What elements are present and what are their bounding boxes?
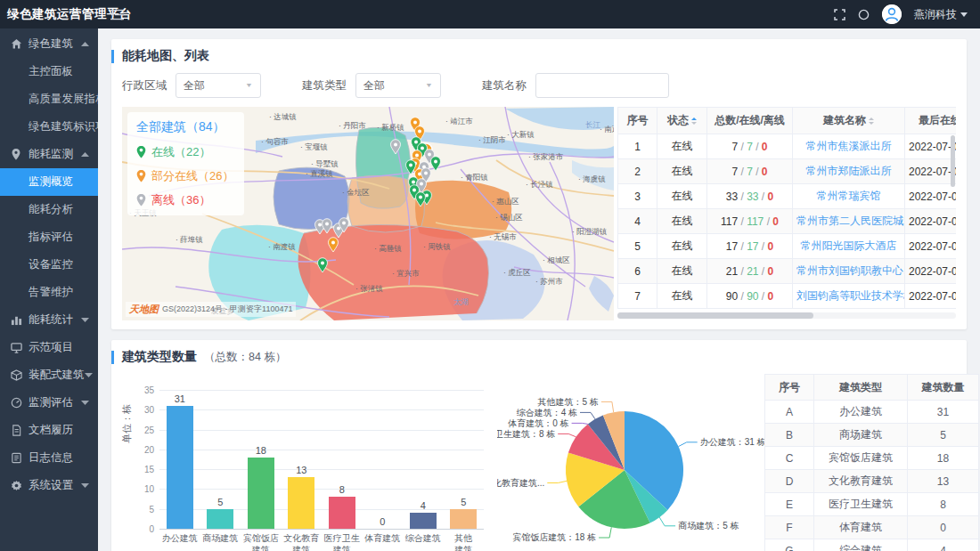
building-type-panel: 建筑类型数量 （总数：84 栋） 单位：栋 0510152025303531办公…	[111, 340, 967, 551]
sidebar-item-设备监控[interactable]: 设备监控	[0, 251, 98, 279]
building-name-link[interactable]: 常州市第二人民医院城...	[796, 215, 905, 227]
table-row: 7在线90 / 90 / 0刘国钧高等职业技术学校2022-07-04 11:2…	[618, 284, 957, 309]
bar-商场建筑[interactable]	[207, 509, 233, 529]
sidebar-item-能耗监测[interactable]: 能耗监测	[0, 141, 98, 168]
map-place-label: · 大新镇	[507, 130, 535, 139]
grid-line	[159, 469, 484, 470]
building-name-input[interactable]	[535, 73, 669, 98]
sidebar-item-能耗统计[interactable]: 能耗统计	[0, 306, 98, 334]
type-filter-label: 建筑类型	[302, 78, 347, 93]
bar-办公建筑[interactable]	[167, 406, 193, 529]
grid-line	[159, 430, 484, 431]
count-offline: 0	[768, 190, 774, 203]
sort-icon[interactable]	[869, 115, 874, 127]
map-place-label: · 锡山区	[495, 213, 523, 222]
sidebar-item-系统设置[interactable]: 系统设置	[0, 472, 98, 499]
sidebar-item-监测评估[interactable]: 监测评估	[0, 389, 98, 417]
cell-last-online-time: 2022-07-04 11:24:27	[905, 184, 957, 209]
fullscreen-icon[interactable]	[834, 9, 845, 20]
map-place-label: · 新桥镇	[377, 123, 404, 132]
sidebar-item-能耗分析[interactable]: 能耗分析	[0, 196, 98, 223]
sidebar-item-主控面板[interactable]: 主控面板	[0, 58, 98, 85]
bar-value-label: 4	[421, 500, 426, 511]
sidebar-item-label: 设备监控	[29, 257, 73, 272]
sidebar-item-示范项目[interactable]: 示范项目	[0, 334, 98, 361]
table-row: B商场建筑5	[765, 424, 979, 447]
title-accent-bar	[111, 50, 114, 63]
count-offline: 0	[768, 240, 774, 253]
cell-index: G	[765, 539, 814, 551]
count-online: 17	[747, 240, 758, 253]
region-select[interactable]: 全部 ▼	[176, 73, 261, 98]
cell-index: E	[765, 493, 814, 516]
table-horizontal-scrollbar[interactable]	[617, 312, 956, 319]
cell-index: 2	[618, 159, 657, 184]
table-row: D文化教育建筑13	[765, 470, 979, 493]
map-place-label: · 周铁镇	[423, 242, 451, 251]
bar-文化教育建筑[interactable]	[288, 477, 314, 529]
count-online: 7	[747, 141, 753, 153]
sidebar-item-绿色建筑标识项目[interactable]: 绿色建筑标识项目	[0, 113, 98, 141]
building-name-link[interactable]: 常州阳光国际大酒店	[801, 239, 897, 252]
sidebar-item-绿色建筑[interactable]: 绿色建筑	[0, 30, 98, 58]
column-header-最后在线时间[interactable]: 最后在线时间	[905, 108, 957, 134]
cell-last-online-time: 2022-07-04 11:23:57	[905, 209, 957, 234]
map-place-label: · 直溪镇	[306, 169, 333, 178]
cell-counts: 33 / 33 / 0	[707, 184, 793, 209]
building-type-pie-chart: 办公建筑：31 栋商场建筑：5 栋宾馆饭店建筑：18 栋文化教育建筑...医疗卫…	[497, 374, 764, 551]
pie-label-体育建筑: 体育建筑：0 栋	[507, 418, 568, 428]
app-root: 绿色建筑运营管理平台 燕润科技 绿色建筑主控面板高质量发展指标绿色建筑标识项目能…	[0, 0, 980, 551]
map-table-row: · 达城镇· 丹阳市· 新桥镇· 靖江市· 大新镇· 南通长江· 句容市· 宝堰…	[111, 107, 956, 320]
column-header-label: 序号	[627, 114, 649, 126]
energy-map[interactable]: · 达城镇· 丹阳市· 新桥镇· 靖江市· 大新镇· 南通长江· 句容市· 宝堰…	[122, 107, 614, 320]
sidebar-item-告警维护[interactable]: 告警维护	[0, 279, 98, 306]
building-name-link[interactable]: 常州市郑陆派出所	[806, 165, 892, 177]
sort-icon[interactable]	[691, 115, 697, 127]
legend-online: 在线（22）	[151, 144, 210, 160]
count-total: 17	[726, 240, 738, 253]
column-header-建筑名称[interactable]: 建筑名称	[793, 108, 905, 134]
cell-building-count: 4	[908, 539, 979, 551]
column-header-建筑数量: 建筑数量	[908, 375, 979, 401]
building-type-select[interactable]: 全部 ▼	[355, 73, 441, 98]
chevron-up-icon	[81, 152, 89, 157]
help-icon[interactable]	[858, 9, 870, 20]
y-tick-label: 35	[144, 385, 154, 395]
map-place-label: · 达城镇	[269, 112, 297, 121]
y-tick-label: 15	[144, 465, 154, 474]
cell-index: 7	[618, 284, 657, 309]
building-name-link[interactable]: 刘国钧高等职业技术学校	[796, 289, 905, 302]
x-tick-label: 综合建筑	[405, 533, 441, 545]
pie-label-宾馆饭店建筑: 宾馆饭店建筑：18 栋	[512, 532, 596, 542]
name-filter-label: 建筑名称	[482, 78, 527, 93]
status-badge: 在线	[657, 209, 707, 234]
sidebar-item-指标评估[interactable]: 指标评估	[0, 223, 98, 251]
bar-综合建筑[interactable]	[410, 513, 437, 529]
chevron-down-icon	[81, 483, 89, 488]
bar-其他建筑[interactable]	[450, 509, 477, 529]
map-panel-title: 能耗地图、列表	[111, 48, 956, 64]
column-header-状态[interactable]: 状态	[657, 108, 707, 134]
sidebar-item-文档履历[interactable]: 文档履历	[0, 417, 98, 444]
pie-label-文化教育建筑: 文化教育建筑...	[497, 478, 544, 488]
cell-building-name: 常州常瑞宾馆	[793, 184, 905, 209]
sidebar-fold-icon[interactable]	[110, 9, 124, 20]
user-menu[interactable]: 燕润科技	[914, 7, 968, 22]
map-place-label: · 金坛区	[342, 188, 370, 197]
bar-宾馆饭店建筑[interactable]	[248, 458, 274, 529]
chevron-down-icon	[85, 373, 93, 377]
sidebar-item-日志信息[interactable]: 日志信息	[0, 444, 98, 472]
building-name-link[interactable]: 常州市焦溪派出所	[806, 140, 892, 152]
table-vertical-scrollbar[interactable]	[951, 135, 955, 187]
map-place-label: · 南渡镇	[268, 242, 296, 251]
sidebar-item-装配式建筑[interactable]: 装配式建筑	[0, 361, 98, 389]
table-row: A办公建筑31	[765, 401, 979, 424]
building-type-bar-chart: 单位：栋 0510152025303531办公建筑5商场建筑18宾馆饭店 建筑1…	[118, 374, 497, 551]
building-name-link[interactable]: 常州常瑞宾馆	[817, 190, 881, 202]
top-header: 绿色建筑运营管理平台 燕润科技	[0, 0, 980, 28]
sidebar-item-高质量发展指标[interactable]: 高质量发展指标	[0, 85, 98, 113]
bar-医疗卫生建筑[interactable]	[329, 497, 355, 529]
building-name-link[interactable]: 常州市刘国钧职教中心...	[796, 264, 905, 277]
sidebar-item-监测概览[interactable]: 监测概览	[0, 168, 98, 196]
avatar[interactable]	[882, 4, 902, 24]
